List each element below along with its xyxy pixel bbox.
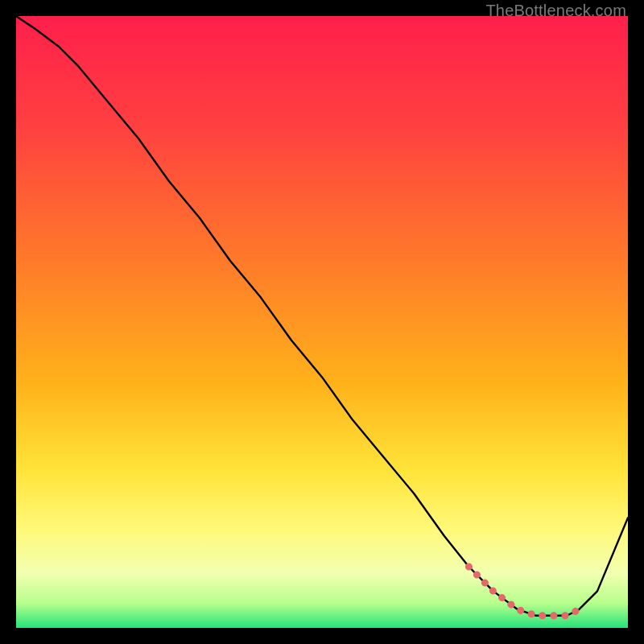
- chart-frame: TheBottleneck.com: [0, 0, 644, 644]
- bottleneck-curve: [16, 16, 628, 616]
- gradient-plot-area: [16, 16, 628, 628]
- highlight-dots-valley: [469, 567, 579, 616]
- curve-layer: [16, 16, 628, 628]
